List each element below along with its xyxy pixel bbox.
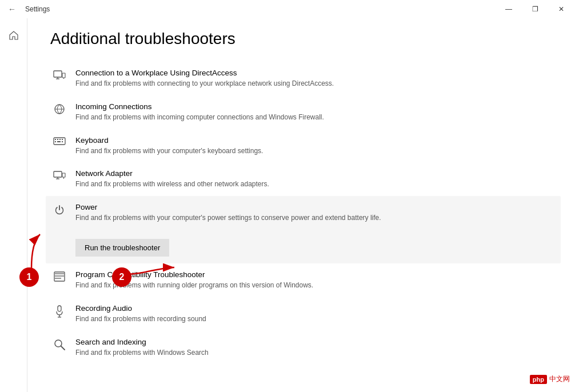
- troubleshooter-item-keyboard[interactable]: Keyboard Find and fix problems with your…: [50, 129, 556, 163]
- svg-rect-3: [62, 73, 65, 78]
- audio-desc: Find and fix problems with recording sou…: [75, 314, 556, 324]
- audio-text: Recording Audio Find and fix problems wi…: [75, 304, 556, 324]
- keyboard-desc: Find and fix problems with your computer…: [75, 146, 556, 156]
- search-title: Search and Indexing: [75, 338, 556, 346]
- troubleshooter-item-incoming[interactable]: Incoming Connections Find and fix proble…: [50, 95, 556, 129]
- svg-line-28: [61, 346, 65, 350]
- directaccess-title: Connection to a Workplace Using DirectAc…: [75, 69, 556, 77]
- svg-rect-12: [55, 141, 56, 142]
- search-text: Search and Indexing Find and fix problem…: [75, 338, 556, 358]
- watermark: php 中文网: [530, 374, 570, 384]
- compat-desc: Find and fix problems with running older…: [75, 281, 556, 290]
- keyboard-text: Keyboard Find and fix problems with your…: [75, 136, 556, 156]
- power-desc: Find and fix problems with your computer…: [75, 213, 556, 223]
- watermark-logo: php: [530, 375, 547, 384]
- compat-icon: [50, 271, 69, 282]
- close-button[interactable]: ✕: [548, 0, 574, 18]
- power-title: Power: [75, 203, 556, 211]
- svg-rect-15: [54, 171, 62, 177]
- svg-rect-10: [59, 139, 61, 140]
- back-button[interactable]: ←: [5, 2, 19, 16]
- maximize-button[interactable]: ❐: [522, 0, 548, 18]
- items-list: Connection to a Workplace Using DirectAc…: [50, 62, 556, 364]
- troubleshooter-item-audio[interactable]: Recording Audio Find and fix problems wi…: [50, 297, 556, 331]
- incoming-text: Incoming Connections Find and fix proble…: [75, 102, 556, 122]
- audio-title: Recording Audio: [75, 304, 556, 313]
- svg-point-27: [55, 340, 62, 347]
- titlebar-left: ← Settings: [5, 2, 50, 16]
- titlebar: ← Settings — ❐ ✕: [0, 0, 579, 18]
- content-area: Additional troubleshooters Connection to…: [27, 18, 579, 392]
- incoming-title: Incoming Connections: [75, 102, 556, 111]
- power-icon: [50, 204, 69, 215]
- titlebar-title: Settings: [25, 5, 50, 13]
- network-title: Network Adapter: [75, 169, 556, 178]
- directaccess-text: Connection to a Workplace Using DirectAc…: [75, 69, 556, 89]
- directaccess-desc: Find and fix problems with connecting to…: [75, 79, 556, 89]
- svg-rect-24: [58, 306, 61, 311]
- main-container: Additional troubleshooters Connection to…: [0, 18, 579, 392]
- run-troubleshooter-button[interactable]: Run the troubleshooter: [75, 239, 169, 257]
- directaccess-icon: [50, 70, 69, 80]
- svg-rect-13: [57, 141, 61, 142]
- page-title: Additional troubleshooters: [50, 30, 556, 48]
- network-icon: [50, 170, 69, 181]
- keyboard-icon: [50, 137, 69, 145]
- incoming-icon: [50, 103, 69, 115]
- svg-rect-0: [54, 71, 62, 77]
- sidebar: [0, 18, 27, 392]
- network-text: Network Adapter Find and fix problems wi…: [75, 169, 556, 189]
- svg-rect-11: [62, 139, 63, 140]
- troubleshooter-item-network[interactable]: Network Adapter Find and fix problems wi…: [50, 162, 556, 196]
- search-icon: [50, 339, 69, 350]
- compat-text: Program Compatibility Troubleshooter Fin…: [75, 270, 556, 290]
- svg-rect-8: [55, 139, 56, 140]
- titlebar-controls: — ❐ ✕: [496, 0, 574, 18]
- svg-rect-9: [57, 139, 58, 140]
- power-text: Power Find and fix problems with your co…: [75, 203, 556, 257]
- svg-rect-14: [62, 141, 63, 142]
- troubleshooter-item-power[interactable]: Power Find and fix problems with your co…: [46, 196, 561, 263]
- home-icon[interactable]: [2, 24, 25, 47]
- minimize-button[interactable]: —: [496, 0, 522, 18]
- troubleshooter-item-directaccess[interactable]: Connection to a Workplace Using DirectAc…: [50, 62, 556, 95]
- network-desc: Find and fix problems with wireless and …: [75, 179, 556, 189]
- svg-rect-18: [62, 173, 65, 177]
- keyboard-title: Keyboard: [75, 136, 556, 145]
- watermark-text: 中文网: [549, 374, 570, 384]
- compat-title: Program Compatibility Troubleshooter: [75, 270, 556, 279]
- troubleshooter-item-search[interactable]: Search and Indexing Find and fix problem…: [50, 331, 556, 365]
- troubleshooter-item-compat[interactable]: Program Compatibility Troubleshooter Fin…: [50, 263, 556, 297]
- audio-icon: [50, 305, 69, 318]
- search-desc: Find and fix problems with Windows Searc…: [75, 348, 556, 358]
- incoming-desc: Find and fix problems with incoming comp…: [75, 113, 556, 122]
